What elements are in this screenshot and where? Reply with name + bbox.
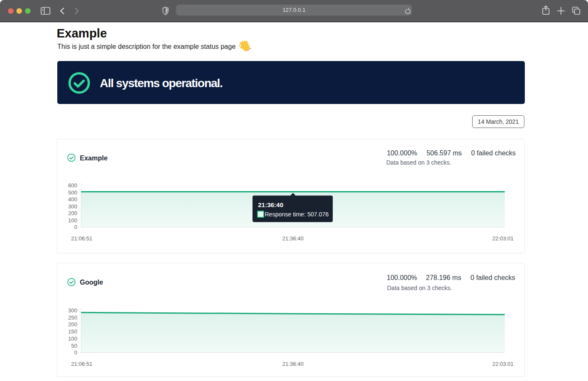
svg-text:Response time: 507.076: Response time: 507.076 [265,211,329,218]
svg-text:250: 250 [68,314,78,321]
svg-text:100.000%: 100.000% [387,149,417,157]
svg-text:21:36:40: 21:36:40 [282,361,304,367]
svg-text:0: 0 [74,349,77,356]
svg-text:150: 150 [68,328,78,335]
svg-text:0 failed checks: 0 failed checks [471,149,516,157]
svg-text:0 failed checks: 0 failed checks [470,274,515,281]
svg-text:21:36:40: 21:36:40 [258,201,283,208]
svg-text:506.597 ms: 506.597 ms [427,149,462,157]
svg-text:21:06:51: 21:06:51 [71,361,93,367]
svg-text:278.196 ms: 278.196 ms [426,274,461,281]
svg-text:22:03:01: 22:03:01 [492,235,514,242]
svg-text:Example: Example [80,155,108,162]
svg-text:200: 200 [68,321,78,328]
svg-text:22:03:01: 22:03:01 [492,361,514,367]
svg-text:21:06:51: 21:06:51 [71,235,93,242]
svg-text:50: 50 [71,343,77,349]
svg-text:Google: Google [80,279,103,286]
svg-text:100.000%: 100.000% [387,274,417,281]
svg-text:Data based on 3 checks.: Data based on 3 checks. [387,285,452,291]
svg-text:600: 600 [68,182,78,189]
svg-text:200: 200 [68,210,78,216]
svg-text:100: 100 [68,217,78,224]
svg-text:Data based on 3 checks.: Data based on 3 checks. [386,159,451,166]
svg-text:21:36:40: 21:36:40 [282,235,304,242]
svg-text:0: 0 [74,224,77,230]
svg-text:400: 400 [68,196,78,202]
svg-text:100: 100 [68,336,78,342]
svg-text:300: 300 [68,307,78,314]
svg-text:500: 500 [68,189,78,196]
svg-text:300: 300 [68,203,78,210]
